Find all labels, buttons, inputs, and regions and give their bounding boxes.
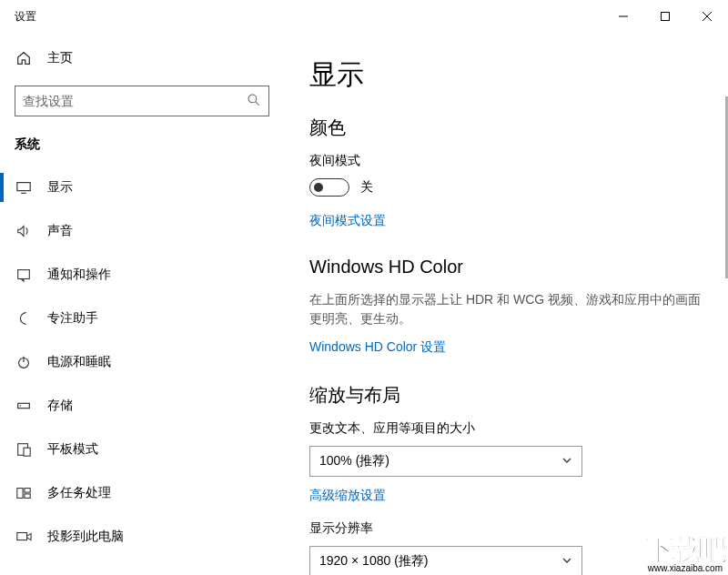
svg-rect-11 <box>18 403 30 408</box>
sound-icon <box>15 223 33 239</box>
tablet-icon <box>15 441 33 458</box>
watermark-url: www.xiazaiba.com <box>645 564 724 573</box>
page-heading: 显示 <box>309 56 703 94</box>
nav-label: 存储 <box>47 398 73 414</box>
nav-label: 平板模式 <box>47 441 98 458</box>
night-mode-toggle[interactable]: 关 <box>309 178 703 197</box>
nav-focus-assist[interactable]: 专注助手 <box>0 297 284 340</box>
svg-rect-14 <box>24 448 30 456</box>
textsize-value: 100% (推荐) <box>319 453 389 469</box>
nav-label: 声音 <box>47 223 73 239</box>
toggle-thumb <box>314 183 323 192</box>
moon-icon <box>15 310 33 327</box>
section-hdcolor: Windows HD Color <box>309 257 703 277</box>
nav-label: 通知和操作 <box>47 267 111 283</box>
toggle-state-text: 关 <box>360 179 373 196</box>
watermark: 下载吧 www.xiazaiba.com <box>645 535 724 573</box>
search-icon <box>247 93 261 110</box>
display-icon <box>15 179 33 196</box>
nav-display[interactable]: 显示 <box>0 166 284 209</box>
section-color: 颜色 <box>309 116 703 140</box>
nav-label: 专注助手 <box>47 310 98 327</box>
nav-label: 显示 <box>47 179 73 196</box>
svg-line-5 <box>256 101 259 105</box>
home-nav[interactable]: 主页 <box>0 40 284 76</box>
sidebar-category: 系统 <box>0 133 284 166</box>
night-mode-label: 夜间模式 <box>309 153 703 169</box>
textsize-select[interactable]: 100% (推荐) <box>309 446 582 477</box>
svg-rect-6 <box>17 183 30 191</box>
minimize-button[interactable] <box>602 2 644 31</box>
search-input[interactable] <box>23 94 247 108</box>
search-box[interactable] <box>15 86 269 116</box>
svg-rect-17 <box>25 494 30 499</box>
storage-icon <box>15 398 33 414</box>
night-mode-settings-link[interactable]: 夜间模式设置 <box>309 213 386 229</box>
hdcolor-settings-link[interactable]: Windows HD Color 设置 <box>309 339 446 356</box>
maximize-button[interactable] <box>644 2 686 31</box>
resolution-select[interactable]: 1920 × 1080 (推荐) <box>309 546 582 575</box>
svg-rect-1 <box>662 13 670 21</box>
nav-project[interactable]: 投影到此电脑 <box>0 515 284 559</box>
resolution-value: 1920 × 1080 (推荐) <box>319 553 428 570</box>
svg-rect-15 <box>17 489 23 499</box>
hdcolor-description: 在上面所选择的显示器上让 HDR 和 WCG 视频、游戏和应用中的画面更明亮、更… <box>309 290 703 328</box>
svg-rect-16 <box>25 489 30 493</box>
nav-label: 电源和睡眠 <box>47 354 111 370</box>
chevron-down-icon <box>561 454 572 469</box>
home-label: 主页 <box>47 50 73 66</box>
notification-icon <box>15 267 33 283</box>
nav-multitasking[interactable]: 多任务处理 <box>0 471 284 515</box>
nav-power-sleep[interactable]: 电源和睡眠 <box>0 340 284 384</box>
multitask-icon <box>15 485 33 501</box>
svg-point-4 <box>248 95 257 103</box>
svg-rect-8 <box>18 270 30 279</box>
nav-sound[interactable]: 声音 <box>0 209 284 253</box>
resolution-label: 显示分辨率 <box>309 520 703 537</box>
nav-label: 投影到此电脑 <box>47 529 124 545</box>
main-content: 显示 颜色 夜间模式 关 夜间模式设置 Windows HD Color 在上面… <box>284 33 728 575</box>
textsize-label: 更改文本、应用等项目的大小 <box>309 420 703 437</box>
nav-notifications[interactable]: 通知和操作 <box>0 253 284 297</box>
chevron-down-icon <box>561 554 572 569</box>
svg-point-12 <box>20 405 21 406</box>
advanced-scaling-link[interactable]: 高级缩放设置 <box>309 488 386 504</box>
svg-rect-18 <box>17 533 27 540</box>
power-icon <box>15 354 33 370</box>
section-scale: 缩放与布局 <box>309 383 703 408</box>
nav-tablet-mode[interactable]: 平板模式 <box>0 428 284 471</box>
toggle-track <box>309 178 349 197</box>
window-title: 设置 <box>15 9 36 25</box>
close-button[interactable] <box>686 2 728 31</box>
nav-label: 多任务处理 <box>47 485 111 501</box>
project-icon <box>15 529 33 545</box>
nav-storage[interactable]: 存储 <box>0 384 284 428</box>
sidebar: 主页 系统 显示 声音 通知和操作 <box>0 33 284 575</box>
home-icon <box>15 50 33 66</box>
watermark-text: 下载吧 <box>645 535 724 564</box>
